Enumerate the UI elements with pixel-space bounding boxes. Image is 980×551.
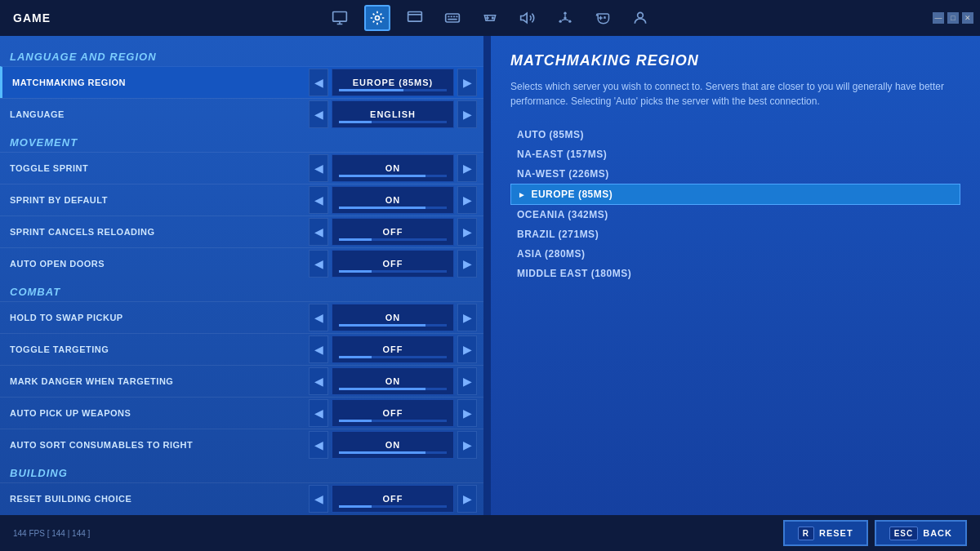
region-europe[interactable]: ► EUROPE (85MS) bbox=[510, 184, 960, 205]
setting-auto-open-doors[interactable]: AUTO OPEN DOORS ◀ OFF ▶ bbox=[0, 247, 483, 279]
toggle-sprint-next[interactable]: ▶ bbox=[457, 154, 477, 182]
toggle-targeting-next[interactable]: ▶ bbox=[457, 335, 477, 363]
sprint-cancels-reloading-next[interactable]: ▶ bbox=[457, 218, 477, 246]
region-brazil[interactable]: BRAZIL (271MS) bbox=[510, 224, 960, 244]
auto-pick-up-weapons-bar bbox=[339, 420, 447, 422]
region-oceania-label: OCEANIA (342MS) bbox=[517, 209, 608, 220]
auto-pick-up-weapons-next[interactable]: ▶ bbox=[457, 399, 477, 427]
main-layout: LANGUAGE AND REGION MATCHMAKING REGION ◀… bbox=[0, 36, 980, 515]
sprint-by-default-next[interactable]: ▶ bbox=[457, 186, 477, 214]
reset-building-choice-next[interactable]: ▶ bbox=[457, 485, 477, 513]
audio-icon[interactable] bbox=[514, 5, 541, 31]
auto-pick-up-weapons-prev[interactable]: ◀ bbox=[309, 399, 328, 427]
svg-point-7 bbox=[559, 20, 562, 23]
hold-to-swap-pickup-next[interactable]: ▶ bbox=[457, 304, 477, 331]
controller-icon[interactable] bbox=[590, 5, 616, 31]
toggle-sprint-control: ◀ ON ▶ bbox=[309, 154, 477, 182]
account-icon[interactable] bbox=[627, 5, 653, 31]
region-brazil-label: BRAZIL (271MS) bbox=[517, 229, 599, 240]
toggle-sprint-value: ON bbox=[385, 163, 401, 173]
toggle-targeting-value: OFF bbox=[383, 344, 403, 354]
info-panel: MATCHMAKING REGION Selects which server … bbox=[491, 36, 980, 515]
auto-sort-consumables-value: ON bbox=[385, 440, 401, 450]
sprint-cancels-reloading-value: OFF bbox=[383, 227, 403, 237]
reset-button[interactable]: R RESET bbox=[783, 520, 868, 546]
matchmaking-region-prev[interactable]: ◀ bbox=[309, 69, 328, 96]
language-next[interactable]: ▶ bbox=[457, 100, 477, 128]
hold-to-swap-pickup-prev[interactable]: ◀ bbox=[309, 304, 328, 331]
auto-sort-consumables-next[interactable]: ▶ bbox=[457, 431, 477, 459]
setting-reset-building-choice[interactable]: RESET BUILDING CHOICE ◀ OFF ▶ bbox=[0, 482, 483, 514]
mark-danger-next[interactable]: ▶ bbox=[457, 367, 477, 395]
auto-open-doors-next[interactable]: ▶ bbox=[457, 250, 477, 278]
region-asia[interactable]: ASIA (280MS) bbox=[510, 244, 960, 264]
network-icon[interactable] bbox=[552, 5, 578, 31]
mark-danger-bar-fill bbox=[339, 388, 425, 390]
matchmaking-region-value-box: EUROPE (85MS) bbox=[332, 69, 454, 96]
auto-sort-consumables-bar-fill bbox=[339, 451, 425, 454]
setting-hold-to-swap-pickup[interactable]: HOLD TO SWAP PICKUP ◀ ON ▶ bbox=[0, 301, 483, 333]
toggle-sprint-prev[interactable]: ◀ bbox=[309, 154, 328, 182]
hold-to-swap-pickup-control: ◀ ON ▶ bbox=[309, 304, 477, 331]
matchmaking-region-next[interactable]: ▶ bbox=[457, 69, 477, 96]
region-europe-label: EUROPE (85MS) bbox=[531, 189, 612, 200]
sprint-cancels-reloading-bar-fill bbox=[339, 238, 372, 241]
sprint-cancels-reloading-prev[interactable]: ◀ bbox=[309, 218, 328, 246]
region-auto[interactable]: AUTO (85MS) bbox=[510, 125, 960, 144]
setting-matchmaking-region[interactable]: MATCHMAKING REGION ◀ EUROPE (85MS) ▶ bbox=[0, 66, 483, 98]
svg-marker-4 bbox=[521, 13, 528, 23]
panel-divider bbox=[486, 36, 491, 515]
section-combat: COMBAT bbox=[0, 279, 483, 301]
toggle-targeting-prev[interactable]: ◀ bbox=[309, 335, 328, 363]
back-button[interactable]: ESC BACK bbox=[875, 520, 967, 546]
setting-toggle-targeting[interactable]: TOGGLE TARGETING ◀ OFF ▶ bbox=[0, 333, 483, 365]
setting-auto-pick-up-weapons[interactable]: AUTO PICK UP WEAPONS ◀ OFF ▶ bbox=[0, 397, 483, 429]
gear-icon[interactable] bbox=[364, 5, 390, 31]
svg-rect-3 bbox=[446, 14, 460, 22]
region-na-east-label: NA-EAST (157MS) bbox=[517, 149, 607, 160]
bottom-buttons: R RESET ESC BACK bbox=[783, 520, 967, 546]
language-bar bbox=[339, 121, 447, 123]
mark-danger-label: MARK DANGER WHEN TARGETING bbox=[7, 376, 309, 386]
setting-language[interactable]: LANGUAGE ◀ ENGLISH ▶ bbox=[0, 98, 483, 130]
setting-toggle-sprint[interactable]: TOGGLE SPRINT ◀ ON ▶ bbox=[0, 152, 483, 184]
minimize-button[interactable]: — bbox=[933, 12, 944, 24]
reset-building-choice-prev[interactable]: ◀ bbox=[309, 485, 328, 513]
language-control: ◀ ENGLISH ▶ bbox=[309, 100, 477, 128]
reset-building-choice-value: OFF bbox=[383, 494, 403, 504]
auto-open-doors-prev[interactable]: ◀ bbox=[309, 250, 328, 278]
auto-open-doors-bar bbox=[339, 270, 447, 273]
display-icon[interactable] bbox=[402, 5, 428, 31]
auto-sort-consumables-label: AUTO SORT CONSUMABLES TO RIGHT bbox=[7, 440, 309, 450]
maximize-button[interactable]: □ bbox=[947, 12, 959, 24]
region-na-east[interactable]: NA-EAST (157MS) bbox=[510, 144, 960, 164]
region-middle-east[interactable]: MIDDLE EAST (180MS) bbox=[510, 264, 960, 283]
region-na-west[interactable]: NA-WEST (226MS) bbox=[510, 164, 960, 184]
region-asia-label: ASIA (280MS) bbox=[517, 248, 586, 260]
hold-to-swap-pickup-bar-fill bbox=[339, 324, 425, 327]
setting-mark-danger[interactable]: MARK DANGER WHEN TARGETING ◀ ON ▶ bbox=[0, 365, 483, 397]
language-value: ENGLISH bbox=[370, 109, 416, 119]
keyboard-icon[interactable] bbox=[439, 5, 466, 31]
window-controls: — □ ✕ bbox=[933, 12, 973, 24]
section-language-region: LANGUAGE AND REGION bbox=[0, 44, 483, 66]
section-movement: MOVEMENT bbox=[0, 130, 483, 152]
auto-sort-consumables-prev[interactable]: ◀ bbox=[309, 431, 328, 459]
toggle-sprint-label: TOGGLE SPRINT bbox=[7, 163, 309, 173]
close-button[interactable]: ✕ bbox=[962, 12, 973, 24]
setting-auto-sort-consumables[interactable]: AUTO SORT CONSUMABLES TO RIGHT ◀ ON ▶ bbox=[0, 429, 483, 460]
gamepad2-icon[interactable] bbox=[477, 5, 503, 31]
reset-key: R bbox=[798, 527, 814, 540]
matchmaking-region-value: EUROPE (85MS) bbox=[353, 78, 434, 87]
mark-danger-prev[interactable]: ◀ bbox=[309, 367, 328, 395]
language-prev[interactable]: ◀ bbox=[309, 100, 328, 128]
setting-sprint-cancels-reloading[interactable]: SPRINT CANCELS RELOADING ◀ OFF ▶ bbox=[0, 216, 483, 247]
region-oceania[interactable]: OCEANIA (342MS) bbox=[510, 205, 960, 224]
sprint-by-default-prev[interactable]: ◀ bbox=[309, 186, 328, 214]
setting-sprint-by-default[interactable]: SPRINT BY DEFAULT ◀ ON ▶ bbox=[0, 184, 483, 216]
monitor-icon[interactable] bbox=[327, 5, 353, 31]
info-title: MATCHMAKING REGION bbox=[510, 52, 960, 69]
reset-label: RESET bbox=[819, 528, 853, 538]
reset-building-choice-label: RESET BUILDING CHOICE bbox=[7, 494, 309, 504]
auto-open-doors-label: AUTO OPEN DOORS bbox=[7, 259, 309, 269]
